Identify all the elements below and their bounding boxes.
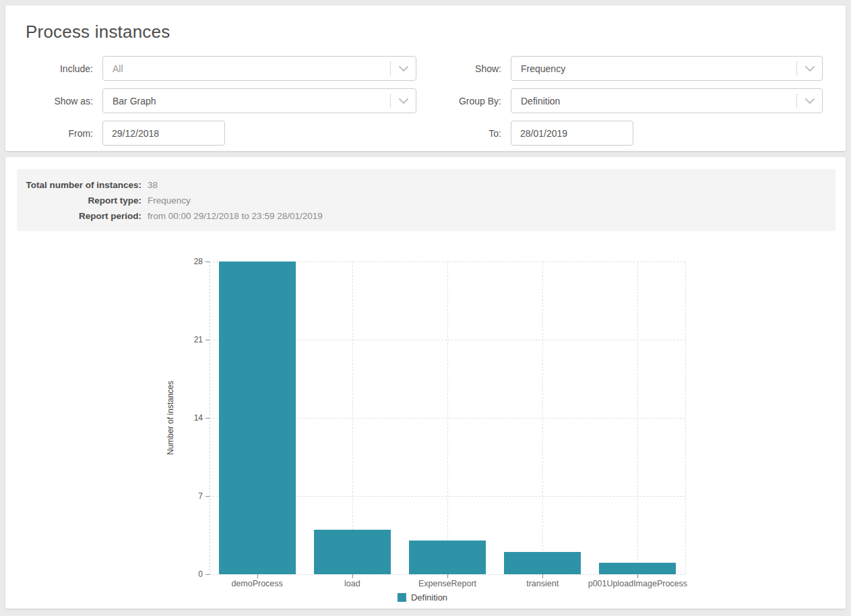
y-tick-label: 7: [176, 491, 203, 501]
page-title: Process instances: [26, 22, 831, 42]
v-gridline: [542, 261, 543, 574]
bar[interactable]: [504, 552, 581, 574]
filters-card: Process instances Include: All Show: Fre…: [5, 5, 846, 151]
chevron-down-icon[interactable]: [391, 57, 416, 80]
show-as-dropdown[interactable]: Bar Graph: [102, 88, 416, 113]
v-gridline: [685, 261, 686, 574]
v-gridline: [352, 261, 353, 574]
bar-chart: 07142128demoProcessloadExpenseReporttran…: [5, 157, 846, 609]
v-gridline: [637, 261, 638, 574]
chart-legend-item[interactable]: Definition: [398, 592, 447, 603]
v-gridline: [447, 261, 448, 574]
legend-label: Definition: [411, 592, 447, 603]
filter-grid: Include: All Show: Frequency Show as: Ba…: [20, 56, 831, 146]
chevron-down-icon[interactable]: [797, 89, 822, 113]
y-tick-mark: [206, 261, 210, 262]
y-tick-label: 28: [176, 256, 203, 267]
bar[interactable]: [409, 541, 486, 574]
group-by-dropdown-value: Definition: [521, 96, 560, 106]
from-label: From:: [20, 128, 93, 139]
bar[interactable]: [314, 530, 391, 574]
legend-swatch: [398, 593, 406, 602]
x-tick-mark: [637, 574, 638, 578]
y-tick-mark: [206, 574, 210, 575]
to-label: To:: [426, 128, 501, 139]
show-dropdown[interactable]: Frequency: [511, 56, 823, 81]
to-date-input[interactable]: [511, 121, 633, 146]
category-label: p001UploadImageProcess: [570, 579, 705, 588]
group-by-label: Group By:: [426, 96, 501, 106]
x-tick-mark: [257, 574, 258, 578]
show-as-dropdown-value: Bar Graph: [113, 96, 156, 106]
show-as-label: Show as:: [20, 96, 93, 106]
y-axis-line: [210, 261, 210, 574]
report-card: Total number of instances: 38 Report typ…: [5, 157, 846, 609]
y-tick-mark: [206, 340, 210, 340]
include-dropdown-value: All: [113, 63, 123, 74]
y-tick-label: 21: [176, 334, 203, 345]
x-tick-mark: [352, 574, 353, 578]
bar[interactable]: [219, 261, 296, 574]
include-dropdown[interactable]: All: [102, 56, 416, 81]
y-axis-title: Number of instances: [166, 381, 175, 455]
bar[interactable]: [599, 563, 676, 574]
y-tick-label: 14: [176, 412, 203, 423]
y-tick-mark: [206, 418, 210, 419]
show-label: Show:: [426, 63, 501, 74]
y-tick-mark: [206, 496, 210, 497]
chevron-down-icon[interactable]: [797, 57, 822, 80]
group-by-dropdown[interactable]: Definition: [511, 88, 823, 113]
y-tick-label: 0: [176, 569, 203, 580]
show-dropdown-value: Frequency: [521, 63, 565, 74]
chevron-down-icon[interactable]: [391, 89, 416, 113]
x-tick-mark: [447, 574, 448, 578]
x-tick-mark: [542, 574, 543, 578]
include-label: Include:: [20, 63, 93, 74]
from-date-input[interactable]: [102, 121, 225, 146]
